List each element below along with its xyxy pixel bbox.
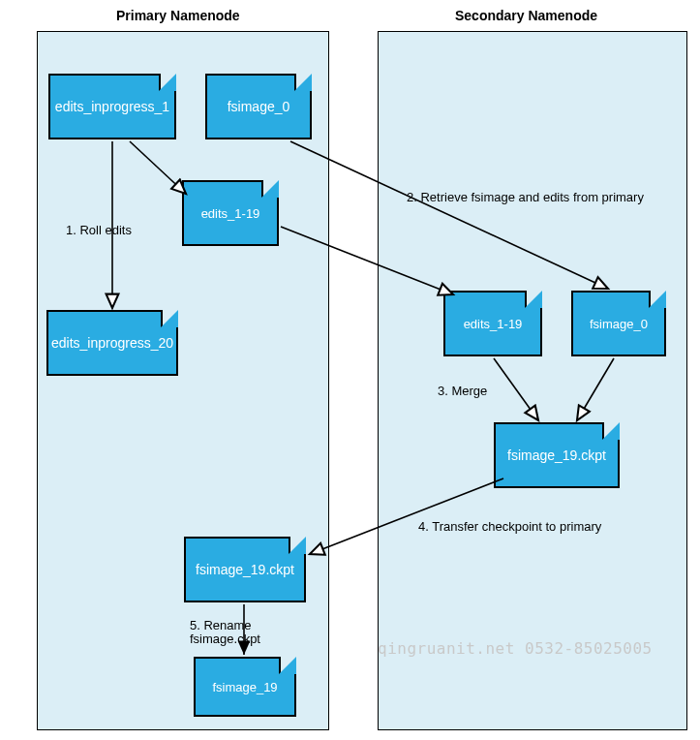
page-fold-icon xyxy=(159,74,176,91)
header-secondary: Secondary Namenode xyxy=(455,8,597,23)
file-label: fsimage_0 xyxy=(590,317,648,331)
file-fsimage-0-primary: fsimage_0 xyxy=(205,74,312,139)
file-fsimage-19: fsimage_19 xyxy=(194,657,296,717)
page-fold-icon xyxy=(294,74,312,91)
file-label: fsimage_19.ckpt xyxy=(507,447,606,463)
file-fsimage-0-secondary: fsimage_0 xyxy=(571,291,666,356)
watermark-text: qingruanit.net 0532-85025005 xyxy=(378,639,653,658)
annot-step-1: 1. Roll edits xyxy=(66,223,132,239)
file-edits-1-19-secondary: edits_1-19 xyxy=(443,291,542,356)
annot-step-5b: fsimage.ckpt xyxy=(190,632,260,648)
header-primary: Primary Namenode xyxy=(116,8,240,23)
file-edits-inprogress-1: edits_inprogress_1 xyxy=(48,74,176,139)
file-edits-inprogress-20: edits_inprogress_20 xyxy=(46,310,178,376)
file-label: fsimage_19.ckpt xyxy=(196,562,294,577)
page-fold-icon xyxy=(261,180,279,198)
page-fold-icon xyxy=(602,422,620,440)
panel-secondary xyxy=(378,31,687,730)
file-label: edits_1-19 xyxy=(201,206,260,221)
page-fold-icon xyxy=(649,291,666,308)
page-fold-icon xyxy=(289,537,306,554)
file-label: edits_1-19 xyxy=(464,317,523,331)
file-fsimage-19-ckpt-primary: fsimage_19.ckpt xyxy=(184,537,306,602)
annot-step-2: 2. Retrieve fsimage and edits from prima… xyxy=(407,190,644,206)
annot-step-3: 3. Merge xyxy=(438,384,487,400)
file-label: edits_inprogress_20 xyxy=(51,335,173,351)
page-fold-icon xyxy=(161,310,178,327)
page-fold-icon xyxy=(525,291,542,308)
file-label: fsimage_0 xyxy=(228,99,290,114)
file-edits-1-19-primary: edits_1-19 xyxy=(182,180,279,246)
page-fold-icon xyxy=(279,657,296,674)
file-fsimage-19-ckpt-secondary: fsimage_19.ckpt xyxy=(494,422,620,488)
annot-step-4: 4. Transfer checkpoint to primary xyxy=(418,519,601,536)
file-label: fsimage_19 xyxy=(212,680,277,694)
file-label: edits_inprogress_1 xyxy=(55,99,169,114)
